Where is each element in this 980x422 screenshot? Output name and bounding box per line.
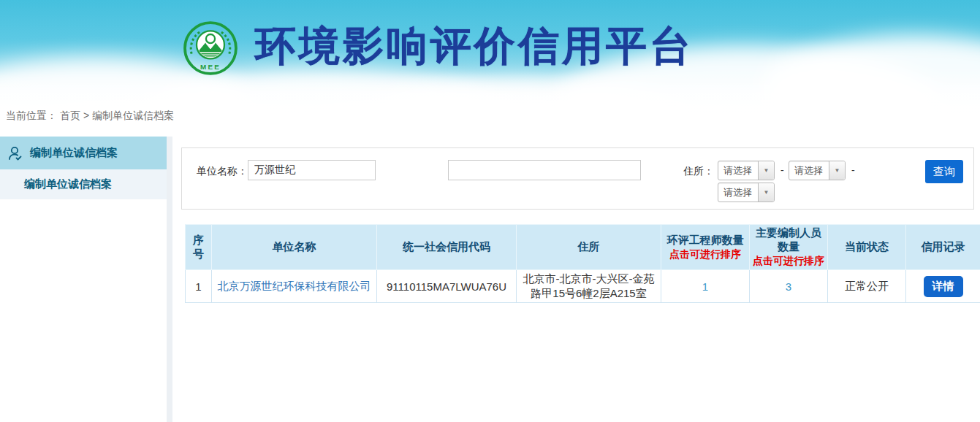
column-seq: 序号 [186, 225, 212, 270]
province-select[interactable]: 请选择 ▼ [718, 161, 775, 180]
staff-count-link[interactable]: 3 [786, 280, 791, 293]
credit-code-input[interactable] [448, 160, 641, 180]
search-panel: 单位名称： 统一社会信用代码： 住所： 请选择 ▼ - 请选择 ▼ - 请选择 … [181, 147, 974, 210]
city-select[interactable]: 请选择 ▼ [789, 161, 846, 180]
column-company: 单位名称 [212, 225, 377, 270]
sidebar-divider [167, 137, 172, 422]
cell-credit-record: 详情 [906, 270, 980, 303]
breadcrumb-current: 编制单位诚信档案 [92, 110, 174, 121]
sidebar-group-label: 编制单位诚信档案 [30, 146, 118, 160]
sort-hint: 点击可进行排序 [753, 255, 824, 268]
engineer-count-link[interactable]: 1 [702, 280, 708, 293]
column-status: 当前状态 [828, 225, 906, 270]
cell-address: 北京市-北京市-大兴区-金苑路甲15号6幢2层A215室 [517, 270, 661, 303]
search-button[interactable]: 查询 [925, 160, 963, 183]
company-name-input[interactable] [248, 160, 376, 180]
sidebar-item-archive[interactable]: 编制单位诚信档案 [0, 169, 167, 199]
chevron-down-icon: ▼ [758, 161, 774, 180]
breadcrumb-prefix: 当前位置： [6, 110, 57, 121]
breadcrumb-separator: > [83, 110, 89, 121]
province-select-value: 请选择 [718, 164, 758, 177]
page-title: 环境影响评价信用平台 [255, 24, 694, 68]
table-header-row: 序号 单位名称 统一社会信用代码 住所 环评工程师数量 点击可进行排序 主要编制… [186, 225, 980, 270]
column-address: 住所 [517, 225, 661, 270]
cell-company: 北京万源世纪环保科技有限公司 [212, 270, 377, 303]
cell-status: 正常公开 [828, 270, 906, 303]
sidebar-item-archive-group[interactable]: 编制单位诚信档案 [0, 137, 167, 169]
cell-seq: 1 [186, 270, 212, 303]
city-select-value: 请选择 [789, 164, 829, 177]
table-row: 1 北京万源世纪环保科技有限公司 91110115MA7LWUA76U 北京市-… [186, 270, 980, 303]
cell-staff-count: 3 [750, 270, 828, 303]
sort-hint: 点击可进行排序 [664, 248, 746, 261]
chevron-down-icon: ▼ [758, 183, 774, 202]
detail-button[interactable]: 详情 [924, 276, 963, 297]
chevron-down-icon: ▼ [829, 161, 845, 180]
cell-engineer-count: 1 [661, 270, 750, 303]
district-select-value: 请选择 [718, 186, 758, 199]
company-link[interactable]: 北京万源世纪环保科技有限公司 [218, 280, 371, 292]
address-label: 住所： [683, 165, 714, 178]
column-staff-count-sortable[interactable]: 主要编制人员数量 点击可进行排序 [750, 225, 828, 270]
company-name-label: 单位名称： [197, 165, 248, 178]
column-credit-record: 信用记录 [906, 225, 980, 270]
mee-logo-icon: MEE [183, 20, 238, 77]
district-select[interactable]: 请选择 ▼ [718, 183, 775, 202]
address-dash: - [851, 164, 855, 176]
results-table: 序号 单位名称 统一社会信用代码 住所 环评工程师数量 点击可进行排序 主要编制… [185, 224, 980, 303]
page: MEE 环境影响评价信用平台 当前位置：首页>编制单位诚信档案 编制单位诚信档案… [0, 0, 980, 422]
user-check-icon [7, 145, 24, 162]
sidebar-sub-label: 编制单位诚信档案 [24, 177, 112, 191]
cell-code: 91110115MA7LWUA76U [377, 270, 517, 303]
column-engineer-count-sortable[interactable]: 环评工程师数量 点击可进行排序 [661, 225, 750, 270]
logo-text: MEE [200, 63, 221, 71]
column-code: 统一社会信用代码 [377, 225, 517, 270]
address-dash: - [780, 164, 784, 176]
breadcrumb-home-link[interactable]: 首页 [60, 110, 80, 121]
breadcrumb: 当前位置：首页>编制单位诚信档案 [6, 110, 177, 123]
